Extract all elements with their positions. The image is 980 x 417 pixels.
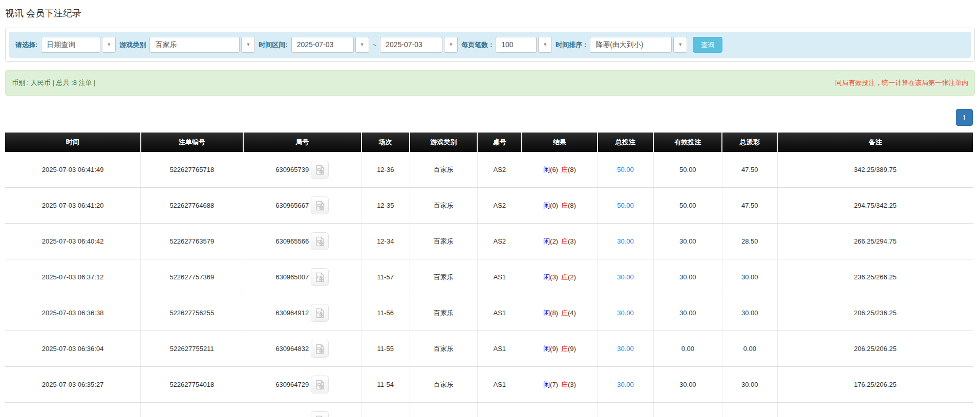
cell-time: 2025-07-03 06:40:42 bbox=[5, 224, 141, 259]
cell-result: 闲(7)庄(3) bbox=[522, 367, 597, 403]
cell-session: 11-54 bbox=[361, 367, 410, 403]
per-page-value[interactable]: 100 bbox=[496, 37, 537, 53]
cell-table-no: AS2 bbox=[477, 224, 522, 259]
filter-label-per-page: 每页笔数 : bbox=[461, 40, 492, 50]
cell-round-id: 630965566 bbox=[243, 224, 361, 259]
summary-note: 同局有效投注，统一计算在该局第一张注单内 bbox=[835, 78, 968, 87]
query-type-caret-button[interactable]: ▼ bbox=[102, 37, 116, 53]
banker-score: (8) bbox=[568, 166, 576, 173]
filter-label-time-sort: 时间排序 : bbox=[556, 40, 586, 50]
query-type-combobox: 日期查询 ▼ bbox=[41, 37, 116, 53]
per-page-caret-button[interactable]: ▼ bbox=[538, 37, 552, 53]
date-to-value[interactable]: 2025-07-03 bbox=[380, 37, 442, 53]
total-bet-link[interactable]: 30.00 bbox=[617, 345, 634, 353]
cell-payout: 30.00 bbox=[722, 259, 777, 295]
player-score: (2) bbox=[550, 237, 558, 245]
banker-score: (3) bbox=[568, 381, 576, 388]
cell-round-id: 630965007 bbox=[243, 259, 361, 295]
video-replay-button[interactable] bbox=[311, 304, 329, 322]
video-file-icon bbox=[314, 308, 326, 319]
round-id-text: 630965667 bbox=[275, 202, 309, 209]
banker-result-label: 庄 bbox=[561, 345, 568, 353]
video-replay-button[interactable] bbox=[311, 232, 329, 250]
cell-total-bet: 30.00 bbox=[598, 295, 654, 331]
date-from-caret-button[interactable]: ▼ bbox=[355, 37, 369, 53]
date-to-combobox: 2025-07-03 ▼ bbox=[380, 37, 458, 53]
game-type-value[interactable]: 百家乐 bbox=[150, 37, 240, 53]
cell-result: 闲(8)庄(2) bbox=[522, 403, 597, 417]
round-id-text: 630964832 bbox=[275, 345, 309, 353]
table-row: 2025-07-03 06:34:27 522627752081 6309645… bbox=[5, 403, 973, 417]
video-replay-button[interactable] bbox=[311, 376, 329, 393]
cell-time: 2025-07-03 06:41:20 bbox=[5, 188, 141, 224]
column-header-1: 注单编号 bbox=[141, 133, 243, 152]
column-header-8: 有效投注 bbox=[653, 133, 722, 152]
cell-session: 11-56 bbox=[361, 295, 410, 331]
banker-result-label: 庄 bbox=[561, 237, 568, 245]
pagination: 1 bbox=[0, 109, 973, 126]
table-row: 2025-07-03 06:40:42 522627763579 6309655… bbox=[5, 224, 973, 259]
time-sort-caret-button[interactable]: ▼ bbox=[673, 37, 687, 53]
cell-time: 2025-07-03 06:35:27 bbox=[5, 367, 141, 403]
column-header-0: 时间 bbox=[5, 133, 141, 152]
cell-game-type: 百家乐 bbox=[410, 152, 477, 188]
total-bet-link[interactable]: 30.00 bbox=[617, 273, 634, 281]
pagination-page-1[interactable]: 1 bbox=[956, 109, 973, 126]
time-sort-value[interactable]: 降幂(由大到小) bbox=[590, 37, 672, 53]
video-replay-button[interactable] bbox=[311, 161, 329, 179]
cell-table-no: AS1 bbox=[477, 295, 522, 331]
cell-valid-bet: 30.00 bbox=[653, 367, 722, 403]
cell-session: 12-35 bbox=[361, 188, 410, 224]
cell-bet-id: 522627755211 bbox=[141, 331, 243, 367]
video-replay-button[interactable] bbox=[311, 340, 329, 358]
cell-result: 闲(0)庄(8) bbox=[522, 188, 597, 224]
cell-remark: 266.25/294.75 bbox=[777, 224, 973, 259]
column-header-2: 局号 bbox=[243, 133, 361, 152]
caret-down-icon: ▼ bbox=[543, 42, 547, 47]
filter-bar: 请选择: 日期查询 ▼ 游戏类别 百家乐 ▼ 时间区间: 2025-07-03 … bbox=[9, 32, 971, 58]
total-bet-link[interactable]: 50.00 bbox=[617, 166, 634, 173]
date-to-caret-button[interactable]: ▼ bbox=[444, 37, 458, 53]
video-file-icon bbox=[314, 379, 326, 390]
summary-bar: 币别 : 人民币 | 总共 :8 注单 | 同局有效投注，统一计算在该局第一张注… bbox=[5, 70, 975, 96]
cell-bet-id: 522627752081 bbox=[141, 403, 243, 417]
player-score: (9) bbox=[550, 345, 558, 353]
query-type-value[interactable]: 日期查询 bbox=[41, 37, 100, 53]
video-replay-button[interactable] bbox=[311, 196, 329, 214]
cell-remark: 236.25/266.25 bbox=[777, 259, 973, 295]
total-bet-link[interactable]: 30.00 bbox=[617, 237, 634, 245]
date-from-value[interactable]: 2025-07-03 bbox=[291, 37, 354, 53]
total-bet-link[interactable]: 50.00 bbox=[617, 202, 634, 209]
player-score: (3) bbox=[550, 273, 558, 281]
banker-result-label: 庄 bbox=[561, 309, 568, 317]
cell-table-no: AS2 bbox=[477, 188, 522, 224]
cell-valid-bet: 50.00 bbox=[653, 188, 722, 224]
cell-total-bet: 50.00 bbox=[598, 152, 654, 188]
column-header-3: 场次 bbox=[361, 133, 410, 152]
cell-table-no: AS1 bbox=[477, 331, 522, 367]
cell-session: 12-34 bbox=[361, 224, 410, 259]
cell-payout: -30.00 bbox=[722, 403, 777, 417]
round-id-text: 630965739 bbox=[275, 166, 309, 173]
cell-total-bet: 30.00 bbox=[598, 403, 654, 417]
caret-down-icon: ▼ bbox=[449, 42, 453, 47]
cell-time: 2025-07-03 06:36:04 bbox=[5, 331, 141, 367]
cell-round-id: 630964832 bbox=[243, 331, 361, 367]
column-header-9: 总派彩 bbox=[722, 133, 777, 152]
table-body: 2025-07-03 06:41:49 522627765718 6309657… bbox=[5, 152, 973, 417]
video-replay-button[interactable] bbox=[311, 411, 329, 417]
page-title: 视讯 会员下注纪录 bbox=[5, 7, 980, 19]
cell-valid-bet: 30.00 bbox=[653, 403, 722, 417]
search-button[interactable]: 查询 bbox=[693, 37, 722, 53]
total-bet-link[interactable]: 30.00 bbox=[617, 309, 634, 317]
game-type-caret-button[interactable]: ▼ bbox=[241, 37, 255, 53]
table-row: 2025-07-03 06:41:49 522627765718 6309657… bbox=[5, 152, 973, 188]
video-replay-button[interactable] bbox=[311, 268, 329, 286]
cell-valid-bet: 50.00 bbox=[653, 152, 722, 188]
cell-game-type: 百家乐 bbox=[410, 403, 477, 417]
bet-records-table: 时间注单编号局号场次游戏类别桌号结果总投注有效投注总派彩备注 2025-07-0… bbox=[5, 133, 973, 417]
cell-game-type: 百家乐 bbox=[410, 259, 477, 295]
total-bet-link[interactable]: 30.00 bbox=[617, 381, 634, 388]
date-from-combobox: 2025-07-03 ▼ bbox=[291, 37, 369, 53]
banker-score: (2) bbox=[568, 273, 576, 281]
